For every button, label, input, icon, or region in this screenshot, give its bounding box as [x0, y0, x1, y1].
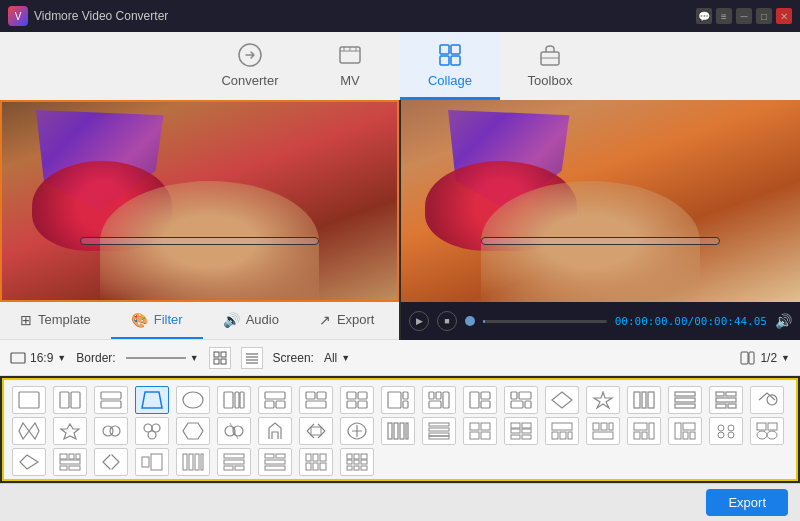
shape-47[interactable] — [340, 448, 374, 476]
shape-7[interactable] — [258, 386, 292, 414]
shape-26[interactable] — [258, 417, 292, 445]
play-button[interactable]: ▶ — [409, 311, 429, 331]
screen-select[interactable]: All ▼ — [324, 351, 350, 365]
svg-rect-55 — [675, 392, 695, 396]
shape-43[interactable] — [176, 448, 210, 476]
shape-29[interactable] — [381, 417, 415, 445]
export-icon: ↗ — [319, 312, 331, 328]
shape-46[interactable] — [299, 448, 333, 476]
progress-indicator — [465, 316, 475, 326]
volume-icon[interactable]: 🔊 — [775, 313, 792, 329]
close-button[interactable]: ✕ — [776, 8, 792, 24]
chat-button[interactable]: 💬 — [696, 8, 712, 24]
svg-rect-57 — [675, 404, 695, 408]
maximize-button[interactable]: □ — [756, 8, 772, 24]
shape-37[interactable] — [709, 417, 743, 445]
tab-template[interactable]: ⊞ Template — [0, 302, 111, 339]
svg-rect-141 — [347, 454, 352, 459]
shape-30[interactable] — [422, 417, 456, 445]
shape-11[interactable] — [422, 386, 456, 414]
svg-rect-88 — [511, 435, 520, 439]
shape-17[interactable] — [668, 386, 702, 414]
shape-10[interactable] — [381, 386, 415, 414]
shape-3[interactable] — [94, 386, 128, 414]
border-line-select[interactable]: ▼ — [126, 353, 199, 363]
shape-16[interactable] — [627, 386, 661, 414]
shape-44[interactable] — [217, 448, 251, 476]
shape-42[interactable] — [135, 448, 169, 476]
shape-22[interactable] — [94, 417, 128, 445]
shape-34[interactable] — [586, 417, 620, 445]
svg-point-106 — [718, 425, 724, 431]
nav-converter[interactable]: Converter — [200, 32, 300, 100]
svg-rect-43 — [443, 392, 449, 408]
shape-21[interactable] — [53, 417, 87, 445]
shape-25[interactable] — [217, 417, 251, 445]
progress-bar[interactable] — [483, 320, 607, 323]
nav-toolbox[interactable]: Toolbox — [500, 32, 600, 100]
svg-rect-87 — [522, 429, 531, 433]
svg-rect-146 — [361, 460, 367, 464]
shape-5[interactable] — [176, 386, 210, 414]
shape-18[interactable] — [709, 386, 743, 414]
shape-45[interactable] — [258, 448, 292, 476]
tab-export[interactable]: ↗ Export — [299, 302, 395, 339]
svg-rect-4 — [440, 56, 449, 65]
shape-27[interactable] — [299, 417, 333, 445]
shape-2[interactable] — [53, 386, 87, 414]
shape-20[interactable] — [12, 417, 46, 445]
svg-rect-27 — [240, 392, 244, 408]
shape-28[interactable] — [340, 417, 374, 445]
shape-36[interactable] — [668, 417, 702, 445]
nav-collage[interactable]: Collage — [400, 32, 500, 100]
shape-13[interactable] — [504, 386, 538, 414]
svg-rect-60 — [716, 398, 736, 402]
shape-24[interactable] — [176, 417, 210, 445]
shape-41[interactable] — [94, 448, 128, 476]
shape-9[interactable] — [340, 386, 374, 414]
grid-icon-box[interactable] — [209, 347, 231, 369]
svg-rect-121 — [151, 454, 162, 470]
tab-audio[interactable]: 🔊 Audio — [203, 302, 299, 339]
aspect-ratio-select[interactable]: 16:9 ▼ — [10, 350, 66, 366]
stop-button[interactable]: ■ — [437, 311, 457, 331]
shape-35[interactable] — [627, 417, 661, 445]
shape-12[interactable] — [463, 386, 497, 414]
shape-grid-container — [2, 378, 798, 481]
svg-rect-129 — [224, 466, 233, 470]
tab-filter[interactable]: 🎨 Filter — [111, 302, 203, 339]
shape-14[interactable] — [545, 386, 579, 414]
svg-rect-120 — [142, 457, 149, 467]
audio-label: Audio — [246, 312, 279, 327]
svg-rect-111 — [768, 423, 777, 430]
svg-rect-83 — [481, 432, 490, 439]
svg-rect-48 — [511, 392, 517, 399]
svg-rect-10 — [214, 359, 219, 364]
shape-31[interactable] — [463, 417, 497, 445]
svg-rect-116 — [76, 454, 80, 459]
shape-8[interactable] — [299, 386, 333, 414]
shape-32[interactable] — [504, 417, 538, 445]
filter-label: Filter — [154, 312, 183, 327]
split-select[interactable]: 1/2 ▼ — [740, 351, 790, 365]
svg-point-108 — [718, 432, 724, 438]
shape-39[interactable] — [12, 448, 46, 476]
shape-40[interactable] — [53, 448, 87, 476]
shape-19[interactable] — [750, 386, 784, 414]
shape-15[interactable] — [586, 386, 620, 414]
stripe-icon-box[interactable] — [241, 347, 263, 369]
shape-6[interactable] — [217, 386, 251, 414]
minimize-button[interactable]: ─ — [736, 8, 752, 24]
menu-button[interactable]: ≡ — [716, 8, 732, 24]
time-current: 00:00:00.00 — [615, 315, 688, 328]
shape-4[interactable] — [135, 386, 169, 414]
export-tab-label: Export — [337, 312, 375, 327]
shape-23[interactable] — [135, 417, 169, 445]
export-button[interactable]: Export — [706, 489, 788, 516]
shape-1[interactable] — [12, 386, 46, 414]
shape-38[interactable] — [750, 417, 784, 445]
shape-33[interactable] — [545, 417, 579, 445]
nav-mv[interactable]: MV — [300, 32, 400, 100]
svg-point-67 — [148, 431, 156, 439]
svg-rect-115 — [69, 454, 74, 459]
